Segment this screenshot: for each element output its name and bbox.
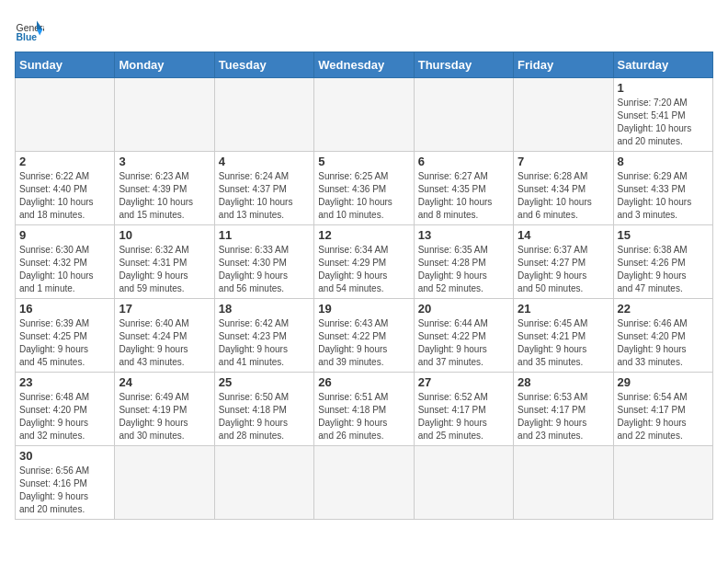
calendar-day-cell: 5Sunrise: 6:25 AM Sunset: 4:36 PM Daylig… (314, 152, 414, 225)
day-info: Sunrise: 6:53 AM Sunset: 4:17 PM Dayligh… (518, 391, 609, 442)
calendar-day-cell: 14Sunrise: 6:37 AM Sunset: 4:27 PM Dayli… (514, 225, 613, 299)
day-number: 3 (119, 155, 210, 168)
calendar-week-row: 30Sunrise: 6:56 AM Sunset: 4:16 PM Dayli… (16, 446, 713, 520)
day-number: 6 (418, 155, 509, 168)
day-info: Sunrise: 6:46 AM Sunset: 4:20 PM Dayligh… (618, 317, 709, 369)
calendar-day-cell (613, 446, 712, 520)
calendar-day-cell: 2Sunrise: 6:22 AM Sunset: 4:40 PM Daylig… (16, 152, 115, 225)
day-number: 13 (418, 228, 509, 242)
calendar-week-row: 16Sunrise: 6:39 AM Sunset: 4:25 PM Dayli… (16, 299, 713, 373)
calendar-day-cell (514, 78, 613, 152)
day-info: Sunrise: 6:25 AM Sunset: 4:36 PM Dayligh… (318, 170, 409, 222)
column-header-tuesday: Tuesday (214, 52, 313, 78)
day-number: 30 (19, 449, 110, 463)
day-number: 17 (119, 302, 210, 316)
day-info: Sunrise: 6:43 AM Sunset: 4:22 PM Dayligh… (318, 317, 409, 369)
day-number: 21 (518, 302, 609, 316)
day-number: 27 (418, 375, 509, 389)
day-number: 10 (119, 228, 210, 242)
day-info: Sunrise: 6:50 AM Sunset: 4:18 PM Dayligh… (219, 391, 310, 442)
calendar-table: SundayMondayTuesdayWednesdayThursdayFrid… (15, 52, 713, 520)
day-number: 8 (618, 155, 709, 168)
day-number: 5 (318, 155, 409, 168)
day-info: Sunrise: 6:35 AM Sunset: 4:28 PM Dayligh… (418, 244, 509, 295)
calendar-day-cell: 21Sunrise: 6:45 AM Sunset: 4:21 PM Dayli… (514, 299, 613, 373)
calendar-day-cell (514, 446, 613, 520)
calendar-day-cell: 20Sunrise: 6:44 AM Sunset: 4:22 PM Dayli… (414, 299, 513, 373)
calendar-day-cell: 11Sunrise: 6:33 AM Sunset: 4:30 PM Dayli… (214, 225, 313, 299)
day-info: Sunrise: 6:37 AM Sunset: 4:27 PM Dayligh… (518, 244, 609, 295)
calendar-day-cell: 16Sunrise: 6:39 AM Sunset: 4:25 PM Dayli… (16, 299, 115, 373)
calendar-day-cell: 22Sunrise: 6:46 AM Sunset: 4:20 PM Dayli… (613, 299, 712, 373)
calendar-week-row: 2Sunrise: 6:22 AM Sunset: 4:40 PM Daylig… (16, 152, 713, 225)
day-info: Sunrise: 6:49 AM Sunset: 4:19 PM Dayligh… (119, 391, 210, 442)
calendar-day-cell: 13Sunrise: 6:35 AM Sunset: 4:28 PM Dayli… (414, 225, 513, 299)
calendar-day-cell: 29Sunrise: 6:54 AM Sunset: 4:17 PM Dayli… (613, 373, 712, 446)
day-info: Sunrise: 6:28 AM Sunset: 4:34 PM Dayligh… (518, 170, 609, 222)
calendar-day-cell: 4Sunrise: 6:24 AM Sunset: 4:37 PM Daylig… (214, 152, 313, 225)
calendar-day-cell: 19Sunrise: 6:43 AM Sunset: 4:22 PM Dayli… (314, 299, 414, 373)
day-info: Sunrise: 6:27 AM Sunset: 4:35 PM Dayligh… (418, 170, 509, 222)
calendar-day-cell (214, 78, 313, 152)
day-number: 15 (618, 228, 709, 242)
calendar-day-cell: 17Sunrise: 6:40 AM Sunset: 4:24 PM Dayli… (115, 299, 214, 373)
calendar-day-cell: 12Sunrise: 6:34 AM Sunset: 4:29 PM Dayli… (314, 225, 414, 299)
day-info: Sunrise: 6:51 AM Sunset: 4:18 PM Dayligh… (318, 391, 409, 442)
day-info: Sunrise: 6:22 AM Sunset: 4:40 PM Dayligh… (19, 170, 110, 222)
day-number: 9 (19, 228, 110, 242)
column-header-wednesday: Wednesday (314, 52, 414, 78)
calendar-day-cell: 15Sunrise: 6:38 AM Sunset: 4:26 PM Dayli… (613, 225, 712, 299)
day-number: 26 (318, 375, 409, 389)
calendar-day-cell: 7Sunrise: 6:28 AM Sunset: 4:34 PM Daylig… (514, 152, 613, 225)
day-info: Sunrise: 6:42 AM Sunset: 4:23 PM Dayligh… (219, 317, 310, 369)
column-header-monday: Monday (115, 52, 214, 78)
day-number: 19 (318, 302, 409, 316)
day-number: 11 (219, 228, 310, 242)
calendar-day-cell: 23Sunrise: 6:48 AM Sunset: 4:20 PM Dayli… (16, 373, 115, 446)
column-header-saturday: Saturday (613, 52, 712, 78)
column-header-friday: Friday (514, 52, 613, 78)
calendar-day-cell: 18Sunrise: 6:42 AM Sunset: 4:23 PM Dayli… (214, 299, 313, 373)
calendar-day-cell (414, 446, 513, 520)
svg-text:Blue: Blue (17, 32, 38, 42)
day-number: 29 (618, 375, 709, 389)
calendar-day-cell: 24Sunrise: 6:49 AM Sunset: 4:19 PM Dayli… (115, 373, 214, 446)
day-number: 7 (518, 155, 609, 168)
day-info: Sunrise: 6:24 AM Sunset: 4:37 PM Dayligh… (219, 170, 310, 222)
day-number: 18 (219, 302, 310, 316)
day-info: Sunrise: 6:44 AM Sunset: 4:22 PM Dayligh… (418, 317, 509, 369)
day-number: 12 (318, 228, 409, 242)
day-info: Sunrise: 6:34 AM Sunset: 4:29 PM Dayligh… (318, 244, 409, 295)
day-info: Sunrise: 7:20 AM Sunset: 5:41 PM Dayligh… (618, 97, 709, 148)
calendar-day-cell: 9Sunrise: 6:30 AM Sunset: 4:32 PM Daylig… (16, 225, 115, 299)
column-header-thursday: Thursday (414, 52, 513, 78)
day-number: 24 (119, 375, 210, 389)
day-number: 25 (219, 375, 310, 389)
day-info: Sunrise: 6:39 AM Sunset: 4:25 PM Dayligh… (19, 317, 110, 369)
calendar-day-cell (414, 78, 513, 152)
calendar-day-cell: 8Sunrise: 6:29 AM Sunset: 4:33 PM Daylig… (613, 152, 712, 225)
day-info: Sunrise: 6:54 AM Sunset: 4:17 PM Dayligh… (618, 391, 709, 442)
calendar-day-cell (16, 78, 115, 152)
logo: General Blue (15, 15, 48, 44)
calendar-day-cell: 10Sunrise: 6:32 AM Sunset: 4:31 PM Dayli… (115, 225, 214, 299)
day-number: 4 (219, 155, 310, 168)
calendar-week-row: 23Sunrise: 6:48 AM Sunset: 4:20 PM Dayli… (16, 373, 713, 446)
calendar-day-cell: 26Sunrise: 6:51 AM Sunset: 4:18 PM Dayli… (314, 373, 414, 446)
day-info: Sunrise: 6:52 AM Sunset: 4:17 PM Dayligh… (418, 391, 509, 442)
day-number: 23 (19, 375, 110, 389)
calendar-day-cell: 30Sunrise: 6:56 AM Sunset: 4:16 PM Dayli… (16, 446, 115, 520)
day-number: 16 (19, 302, 110, 316)
day-number: 1 (618, 81, 709, 95)
column-header-sunday: Sunday (16, 52, 115, 78)
calendar-day-cell: 3Sunrise: 6:23 AM Sunset: 4:39 PM Daylig… (115, 152, 214, 225)
day-info: Sunrise: 6:40 AM Sunset: 4:24 PM Dayligh… (119, 317, 210, 369)
day-number: 20 (418, 302, 509, 316)
day-number: 14 (518, 228, 609, 242)
calendar-week-row: 9Sunrise: 6:30 AM Sunset: 4:32 PM Daylig… (16, 225, 713, 299)
day-info: Sunrise: 6:29 AM Sunset: 4:33 PM Dayligh… (618, 170, 709, 222)
calendar-day-cell (115, 446, 214, 520)
day-number: 28 (518, 375, 609, 389)
calendar-day-cell: 27Sunrise: 6:52 AM Sunset: 4:17 PM Dayli… (414, 373, 513, 446)
day-info: Sunrise: 6:32 AM Sunset: 4:31 PM Dayligh… (119, 244, 210, 295)
